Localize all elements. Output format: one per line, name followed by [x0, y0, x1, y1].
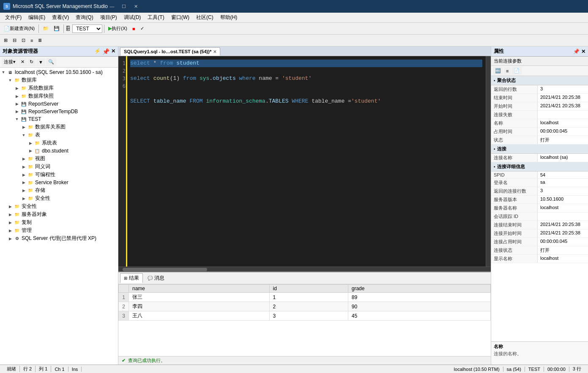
tree-node[interactable]: ▶📁服务器对象	[0, 210, 118, 218]
editor-area[interactable]: 1 2 3 6 select * from student select cou…	[118, 56, 491, 267]
tree-expander[interactable]: ▶	[20, 125, 27, 129]
tree-expander[interactable]: ▶	[20, 196, 27, 201]
tree-node[interactable]: ▼📁表	[0, 131, 118, 139]
tree-node[interactable]: ▶📁管理	[0, 226, 118, 234]
menu-item[interactable]: 查看(V)	[49, 13, 72, 22]
tree-node[interactable]: ▶📁安全性	[0, 194, 118, 202]
tree-node[interactable]: ▶📁同义词	[0, 163, 118, 171]
editor-scrollbar-thumb[interactable]	[123, 268, 207, 271]
prop-name: 结束时间	[491, 94, 538, 102]
prop-sort-cat[interactable]: ≡	[504, 67, 511, 75]
tree-node[interactable]: ▶📁数据库关系图	[0, 123, 118, 131]
execute-button[interactable]: ▶ 执行(X)	[106, 24, 129, 33]
results-tab-results[interactable]: ⊞ 结果	[120, 273, 143, 283]
oe-close-icon[interactable]: ✕	[111, 48, 115, 55]
tb2-btn4[interactable]: ≡	[28, 37, 35, 44]
menu-item[interactable]: 编辑(E)	[25, 13, 49, 22]
tree-expander[interactable]: ▼	[7, 78, 14, 82]
tree-node[interactable]: ▶📁数据库快照	[0, 92, 118, 100]
tree-expander[interactable]: ▼	[0, 70, 7, 74]
editor-vscroll[interactable]	[486, 56, 491, 267]
oe-connect-icon[interactable]: ⚡	[94, 48, 101, 55]
tree-node[interactable]: ▶📁安全性	[0, 202, 118, 210]
prop-section-conn-detail[interactable]: ▪ 连接详细信息	[491, 162, 588, 172]
menu-item[interactable]: 社区(C)	[193, 13, 217, 22]
results-tab-messages[interactable]: 💬 消息	[144, 273, 168, 283]
tree-node[interactable]: ▶📋dbo.student	[0, 147, 118, 155]
tree-node[interactable]: ▶📁视图	[0, 155, 118, 163]
tb2-btn1[interactable]: ⊞	[2, 36, 10, 44]
prop-pages[interactable]: 📄	[511, 67, 522, 75]
tree-node[interactable]: ▶📁系统数据库	[0, 84, 118, 92]
maximize-button[interactable]: ☐	[120, 2, 128, 11]
oe-filter-button[interactable]: ▼	[36, 58, 45, 66]
tree-node[interactable]: ▼💾TEST	[0, 115, 118, 123]
tree-node[interactable]: ▶💾ReportServerTempDB	[0, 108, 118, 115]
tb2-btn2[interactable]: ⊟	[11, 36, 19, 44]
tb2-btn3[interactable]: ⊡	[19, 36, 27, 44]
menu-item[interactable]: 窗口(W)	[168, 13, 193, 22]
tb2-btn5[interactable]: ≣	[36, 36, 44, 44]
tree-expander[interactable]: ▼	[14, 117, 20, 121]
new-query-button[interactable]: 📄 新建查询(N)	[2, 24, 37, 33]
tree-expander[interactable]: ▶	[20, 173, 27, 177]
minimize-button[interactable]: —	[108, 2, 116, 11]
oe-disconnect-button[interactable]: ✕	[19, 58, 27, 66]
tree-expander[interactable]: ▶	[7, 221, 14, 225]
parse-button[interactable]: ✓	[138, 25, 146, 33]
tree-expander[interactable]: ▶	[7, 229, 14, 233]
tree-expander[interactable]: ▶	[14, 86, 20, 90]
tree-node[interactable]: ▼📁数据库	[0, 76, 118, 84]
tree-node[interactable]: ▶📁可编程性	[0, 171, 118, 179]
open-file-button[interactable]: 📁	[41, 25, 51, 33]
tree-expander[interactable]: ▶	[20, 157, 27, 161]
tree-node[interactable]: ▶⚙SQL Server 代理(已禁用代理 XP)	[0, 234, 118, 242]
tree-node[interactable]: ▶💾ReportServer	[0, 100, 118, 108]
oe-connect-button[interactable]: 连接▾	[2, 57, 18, 66]
tree-expander[interactable]: ▶	[20, 180, 27, 185]
prop-name: 状态	[491, 136, 538, 144]
tree-label: 管理	[22, 227, 32, 234]
query-tab-1[interactable]: SQLQuery1.sql - lo…ost.TEST (sa (54))* ✕	[120, 47, 220, 56]
tree-expander[interactable]: ▶	[20, 165, 27, 169]
oe-search-button[interactable]: 🔍	[46, 58, 56, 66]
close-button[interactable]: ✕	[131, 2, 140, 11]
tree-expander[interactable]: ▶	[27, 141, 34, 145]
editor-scrollbar-h[interactable]	[118, 267, 491, 272]
tree-label: 数据库快照	[28, 93, 54, 100]
prop-pin-icon[interactable]: 📌	[573, 49, 580, 54]
oe-pin-icon[interactable]: 📌	[102, 48, 109, 55]
tree-expander[interactable]: ▶	[7, 212, 14, 217]
tree-expander[interactable]: ▶	[14, 109, 20, 114]
tree-expander[interactable]: ▶	[7, 204, 14, 209]
prop-sort-alpha[interactable]: 🔤	[493, 67, 503, 75]
tree-icon-folder: 📁	[14, 77, 20, 84]
tab-close-icon[interactable]: ✕	[213, 49, 216, 54]
tree-node[interactable]: ▶📁系统表	[0, 139, 118, 147]
oe-refresh-button[interactable]: ↻	[27, 58, 36, 66]
stop-button[interactable]: ■	[130, 25, 137, 33]
tree-expander[interactable]: ▶	[14, 94, 20, 98]
database-dropdown[interactable]: TEST master tempdb	[72, 25, 102, 33]
prop-section-aggregate[interactable]: ▪ 聚合状态	[491, 76, 588, 85]
tree-expander[interactable]: ▶	[14, 102, 20, 106]
status-time: 00:00:00	[544, 367, 569, 372]
tree-expander[interactable]: ▶	[27, 149, 34, 153]
tree-expander[interactable]: ▼	[20, 133, 27, 137]
prop-close-icon[interactable]: ✕	[581, 49, 585, 54]
menu-item[interactable]: 帮助(H)	[217, 13, 241, 22]
save-button[interactable]: 💾	[52, 25, 62, 33]
menu-item[interactable]: 文件(F)	[2, 13, 25, 22]
menu-item[interactable]: 项目(P)	[97, 13, 120, 22]
tree-expander[interactable]: ▶	[20, 188, 27, 193]
tree-node[interactable]: ▶📁Service Broker	[0, 179, 118, 186]
prop-section-connection[interactable]: ▪ 连接	[491, 144, 588, 154]
menu-item[interactable]: 调试(D)	[120, 13, 145, 22]
editor-content[interactable]: select * from student select count(1) fr…	[127, 56, 486, 267]
tree-node[interactable]: ▼🖥localhost (SQL Server 10.50.1600 - sa)	[0, 68, 118, 76]
tree-node[interactable]: ▶📁存储	[0, 186, 118, 194]
tree-expander[interactable]: ▶	[7, 237, 14, 241]
tree-node[interactable]: ▶📁复制	[0, 218, 118, 226]
menu-item[interactable]: 查询(Q)	[72, 13, 96, 22]
menu-item[interactable]: 工具(T)	[144, 13, 167, 22]
